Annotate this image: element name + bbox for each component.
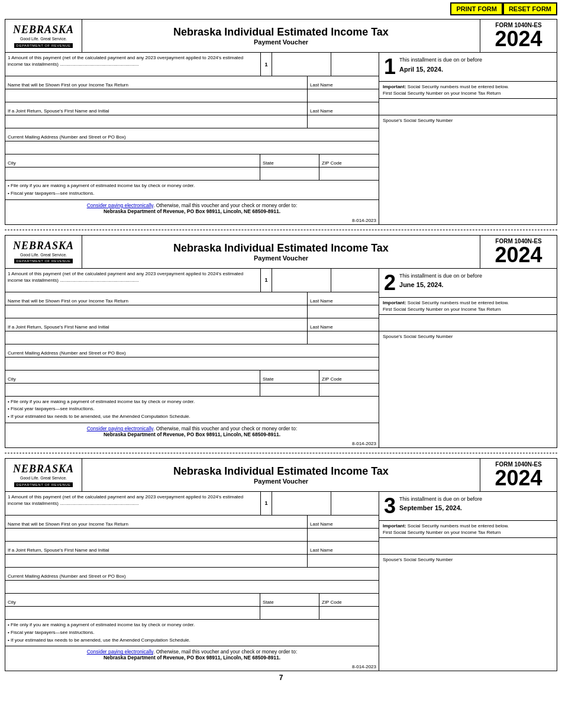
bullet2-3: • Fiscal year taxpayers—see instructions… xyxy=(8,629,376,637)
spouse-first-input-2[interactable] xyxy=(5,331,308,344)
consider-link-3[interactable]: Consider paying electronically xyxy=(87,649,153,655)
bullets-2: • File only if you are making a payment … xyxy=(5,397,379,423)
city-input-2[interactable] xyxy=(5,384,260,396)
name-row-2: Name that will be Shown First on your In… xyxy=(5,292,379,305)
voucher-3-left: 1 Amount of this payment (net of the cal… xyxy=(5,492,379,671)
spouse-ssn-box-2: Spouse's Social Security Number xyxy=(379,331,557,350)
zip-input-2[interactable] xyxy=(319,384,379,396)
logo-tagline-1: Good Life. Great Service. xyxy=(20,36,67,41)
address-input-row-2[interactable] xyxy=(5,357,379,371)
logo-section-1: NEBRASKA Good Life. Great Service. DEPAR… xyxy=(5,20,82,52)
city-input-row-3 xyxy=(5,607,379,620)
state-input-1[interactable] xyxy=(260,167,319,180)
first-name-input-1[interactable] xyxy=(5,89,308,102)
date-code-3: 8-014-2023 xyxy=(5,663,379,671)
first-name-label-1: Name that will be Shown First on your In… xyxy=(5,76,308,89)
line1-label-3: 1 Amount of this payment (net of the cal… xyxy=(5,492,260,515)
first-name-input-2[interactable] xyxy=(5,305,308,318)
installment-box-3: 3 This installment is due on or before S… xyxy=(379,492,557,521)
consider-section-1: Consider paying electronically. Otherwis… xyxy=(5,199,379,217)
reset-button[interactable]: RESET FORM xyxy=(503,2,557,15)
important-label-3: Important: xyxy=(383,523,406,529)
spouse-row-1: If a Joint Return, Spouse's First Name a… xyxy=(5,102,379,115)
first-ssn-input-box-1[interactable] xyxy=(379,99,557,115)
title-section-1: Nebraska Individual Estimated Income Tax… xyxy=(82,20,480,52)
first-name-input-3[interactable] xyxy=(5,529,308,541)
installment-text-3: This installment is due on or before Sep… xyxy=(399,495,482,513)
consider-link-1[interactable]: Consider paying electronically xyxy=(87,202,153,208)
line1-dollar-1[interactable] xyxy=(331,53,379,76)
due-date-2: June 15, 2024. xyxy=(399,280,482,290)
address-row-1: Current Mailing Address (Number and Stre… xyxy=(5,128,379,141)
spouse-last-input-1[interactable] xyxy=(308,115,379,128)
zip-input-1[interactable] xyxy=(319,167,379,180)
address-input-row-3[interactable] xyxy=(5,581,379,594)
form-number-section-1: FORM 1040N-ES 2024 xyxy=(480,20,557,52)
city-input-1[interactable] xyxy=(5,167,260,180)
last-name-input-1[interactable] xyxy=(308,89,379,102)
due-date-1: April 15, 2024. xyxy=(399,65,482,75)
state-label-2: State xyxy=(260,371,319,383)
important-ssn-text-2: Social Security numbers must be entered … xyxy=(408,300,509,305)
spouse-label-1: If a Joint Return, Spouse's First Name a… xyxy=(5,102,308,115)
state-label-3: State xyxy=(260,594,319,606)
spouse-ssn-box-1: Spouse's Social Security Number xyxy=(379,115,557,134)
installment-num-3: 3 xyxy=(384,495,396,517)
spouse-first-input-1[interactable] xyxy=(5,115,308,128)
zip-label-2: ZIP Code xyxy=(319,371,379,383)
important-label-2: Important: xyxy=(383,300,406,305)
first-ssn-label-3: First Social Security Number on your Inc… xyxy=(383,530,500,535)
last-name-input-3[interactable] xyxy=(308,529,379,541)
name-input-row-1 xyxy=(5,89,379,102)
zip-label-1: ZIP Code xyxy=(319,154,379,167)
voucher-3: NEBRASKA Good Life. Great Service. DEPAR… xyxy=(5,458,557,671)
line1-amount-2[interactable] xyxy=(272,269,331,292)
spouse-input-row-3 xyxy=(5,555,379,568)
voucher-3-body: 1 Amount of this payment (net of the cal… xyxy=(5,492,557,671)
first-ssn-input-box-2[interactable] xyxy=(379,315,557,331)
state-input-3[interactable] xyxy=(260,607,319,619)
state-input-2[interactable] xyxy=(260,384,319,396)
name-row-1: Name that will be Shown First on your In… xyxy=(5,76,379,89)
installment-num-1: 1 xyxy=(384,56,396,78)
installment-text-1: This installment is due on or before Apr… xyxy=(399,56,482,74)
line1-amount-3[interactable] xyxy=(272,492,331,515)
zip-input-3[interactable] xyxy=(319,607,379,619)
logo-section-3: NEBRASKA Good Life. Great Service. DEPAR… xyxy=(5,459,82,491)
city-input-row-1 xyxy=(5,167,379,181)
city-row-2: City State ZIP Code xyxy=(5,371,379,384)
spouse-last-label-1: Last Name xyxy=(308,102,379,115)
spouse-row-3: If a Joint Return, Spouse's First Name a… xyxy=(5,542,379,555)
spouse-first-input-3[interactable] xyxy=(5,555,308,567)
line1-dollar-2[interactable] xyxy=(331,269,379,292)
line1-label-1: 1 Amount of this payment (net of the cal… xyxy=(5,53,260,76)
spouse-last-input-2[interactable] xyxy=(308,331,379,344)
line1-num-3: 1 xyxy=(260,492,272,515)
bullet2-1: • Fiscal year taxpayers—see instructions… xyxy=(8,190,376,198)
line1-row-1: 1 Amount of this payment (net of the cal… xyxy=(5,53,379,76)
spouse-last-input-3[interactable] xyxy=(308,555,379,567)
consider-link-2[interactable]: Consider paying electronically xyxy=(87,426,153,431)
line1-num-1: 1 xyxy=(260,53,272,76)
first-ssn-label-1: First Social Security Number on your Inc… xyxy=(383,91,500,96)
print-button[interactable]: PRINT FORM xyxy=(450,2,502,15)
name-row-3: Name that will be Shown First on your In… xyxy=(5,516,379,529)
form-subtitle-2: Payment Voucher xyxy=(254,255,308,262)
address-input-row-1[interactable] xyxy=(5,141,379,154)
spouse-last-label-3: Last Name xyxy=(308,542,379,554)
last-name-label-1: Last Name xyxy=(308,76,379,89)
voucher-2: NEBRASKA Good Life. Great Service. DEPAR… xyxy=(5,235,557,448)
due-date-3: September 15, 2024. xyxy=(399,503,482,513)
line1-row-2: 1 Amount of this payment (net of the cal… xyxy=(5,269,379,292)
line1-dollar-3[interactable] xyxy=(331,492,379,515)
form-subtitle-1: Payment Voucher xyxy=(254,38,308,46)
installment-text-2: This installment is due on or before Jun… xyxy=(399,272,482,290)
form-number-section-2: FORM 1040N-ES 2024 xyxy=(480,236,557,268)
city-input-3[interactable] xyxy=(5,607,260,619)
line1-amount-1[interactable] xyxy=(272,53,331,76)
voucher-3-right: 3 This installment is due on or before S… xyxy=(379,492,557,671)
spouse-input-row-1 xyxy=(5,115,379,128)
first-ssn-input-box-3[interactable] xyxy=(379,538,557,555)
last-name-input-2[interactable] xyxy=(308,305,379,318)
line1-num-2: 1 xyxy=(260,269,272,292)
